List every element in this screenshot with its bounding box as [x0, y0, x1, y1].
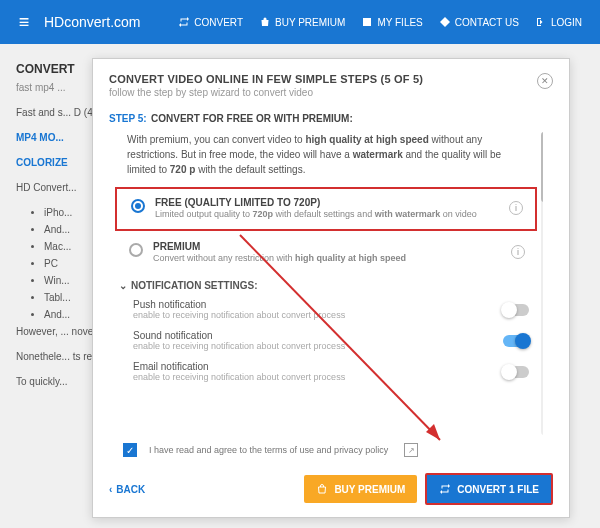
bag-icon — [259, 16, 271, 28]
nav-convert[interactable]: CONVERT — [172, 16, 249, 28]
modal-scroll-area: With premium, you can convert video to h… — [109, 132, 553, 435]
step-heading: STEP 5: CONVERT FOR FREE OR WITH PREMIUM… — [109, 108, 553, 126]
notif-push-desc: enable to receiving notification about c… — [133, 310, 503, 320]
toggle-push[interactable] — [503, 304, 529, 316]
topbar: ≡ HDconvert.com CONVERT BUY PREMIUM MY F… — [0, 0, 600, 44]
menu-icon[interactable]: ≡ — [12, 12, 36, 33]
toggle-sound[interactable] — [503, 335, 529, 347]
nav-buy-premium[interactable]: BUY PREMIUM — [253, 16, 351, 28]
close-icon[interactable]: ✕ — [537, 73, 553, 89]
scrollbar[interactable] — [541, 132, 547, 435]
radio-free[interactable] — [131, 199, 145, 213]
agree-row: ✓ I have read and agree to the terms of … — [109, 435, 553, 465]
option-free-title: FREE (QUALITY LIMITED TO 720P) — [155, 197, 499, 208]
external-link-icon[interactable]: ↗ — [404, 443, 418, 457]
option-premium-desc: Convert without any restriction with hig… — [153, 252, 501, 265]
notif-sound: Sound notification enable to receiving n… — [109, 326, 543, 357]
top-nav: CONVERT BUY PREMIUM MY FILES CONTACT US … — [172, 16, 588, 28]
notif-email-title: Email notification — [133, 361, 503, 372]
notif-sound-desc: enable to receiving notification about c… — [133, 341, 503, 351]
modal-subtitle: follow the step by step wizard to conver… — [109, 87, 423, 98]
step-number: STEP 5: — [109, 113, 147, 124]
notif-sound-title: Sound notification — [133, 330, 503, 341]
swap-icon — [439, 483, 451, 495]
swap-icon — [178, 16, 190, 28]
premium-description: With premium, you can convert video to h… — [109, 132, 543, 185]
notification-header[interactable]: ⌄ NOTIFICATION SETTINGS: — [119, 280, 543, 291]
agree-checkbox[interactable]: ✓ — [123, 443, 137, 457]
brand[interactable]: HDconvert.com — [44, 14, 140, 30]
agree-text: I have read and agree to the terms of us… — [149, 445, 388, 455]
info-icon[interactable]: i — [509, 201, 523, 215]
nav-contact[interactable]: CONTACT US — [433, 16, 525, 28]
info-icon[interactable]: i — [511, 245, 525, 259]
notif-push-title: Push notification — [133, 299, 503, 310]
diamond-icon — [439, 16, 451, 28]
nav-login[interactable]: LOGIN — [529, 16, 588, 28]
option-free[interactable]: FREE (QUALITY LIMITED TO 720P) Limited o… — [115, 187, 537, 231]
radio-premium[interactable] — [129, 243, 143, 257]
convert-file-button[interactable]: CONVERT 1 FILE — [425, 473, 553, 505]
chevron-down-icon: ⌄ — [119, 280, 127, 291]
login-icon — [535, 16, 547, 28]
toggle-email[interactable] — [503, 366, 529, 378]
option-free-desc: Limited output quality to 720p with defa… — [155, 208, 499, 221]
modal-title: CONVERT VIDEO ONLINE IN FEW SIMPLE STEPS… — [109, 73, 423, 85]
convert-modal: CONVERT VIDEO ONLINE IN FEW SIMPLE STEPS… — [92, 58, 570, 518]
files-icon — [361, 16, 373, 28]
nav-my-files[interactable]: MY FILES — [355, 16, 428, 28]
notif-push: Push notification enable to receiving no… — [109, 295, 543, 326]
bag-icon — [316, 483, 328, 495]
step-text: CONVERT FOR FREE OR WITH PREMIUM: — [151, 113, 353, 124]
option-premium-title: PREMIUM — [153, 241, 501, 252]
notif-email: Email notification enable to receiving n… — [109, 357, 543, 388]
buy-premium-button[interactable]: BUY PREMIUM — [304, 475, 417, 503]
modal-footer: ‹ BACK BUY PREMIUM CONVERT 1 FILE — [109, 465, 553, 505]
option-premium[interactable]: PREMIUM Convert without any restriction … — [115, 233, 537, 273]
chevron-left-icon: ‹ — [109, 484, 112, 495]
back-button[interactable]: ‹ BACK — [109, 484, 145, 495]
notif-email-desc: enable to receiving notification about c… — [133, 372, 503, 382]
